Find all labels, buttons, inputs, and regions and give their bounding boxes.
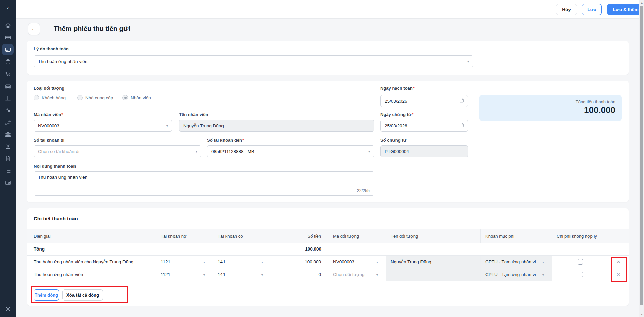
- sidebar-expand-icon[interactable]: ›: [0, 3, 16, 12]
- row-amount[interactable]: 0: [271, 268, 328, 281]
- row-unreasonable-cell: [552, 268, 608, 281]
- calendar-icon[interactable]: [459, 98, 464, 104]
- employee-name-value: Nguyễn Trung Dũng: [183, 123, 224, 128]
- unreasonable-expense-checkbox[interactable]: [578, 272, 583, 277]
- document-number-label: Số chứng từ: [380, 138, 406, 143]
- row-description[interactable]: Thu hoàn ứng nhân viên cho Nguyễn Trung …: [27, 256, 156, 268]
- row-delete-cell: ×: [608, 268, 629, 281]
- page-title: Thêm phiếu thu tiền gửi: [54, 25, 130, 33]
- sidebar-item-purchases[interactable]: [2, 56, 14, 67]
- save-button[interactable]: Lưu: [582, 4, 602, 15]
- payment-reason-card: Lý do thanh toán Thu hoàn ứng nhân viên …: [27, 41, 629, 75]
- sidebar-item-sales[interactable]: [2, 68, 14, 80]
- char-counter: 22/255: [357, 188, 370, 193]
- delete-row-icon[interactable]: ×: [608, 259, 629, 265]
- row-object-name: Nguyễn Trung Dũng: [386, 256, 481, 268]
- payment-details-card: Chi tiết thanh toán Diễn giải Tài khoản …: [27, 208, 629, 306]
- employee-code-select[interactable]: NV000003 ▾: [34, 120, 172, 132]
- back-button[interactable]: ←: [28, 23, 40, 35]
- delete-all-rows-button[interactable]: Xóa tất cả dòng: [62, 289, 103, 301]
- sidebar-item-bank[interactable]: [2, 128, 14, 140]
- save-and-add-button[interactable]: Lưu & thêm: [607, 4, 644, 15]
- chevron-down-icon: ▾: [467, 60, 469, 63]
- row-debit-account-select[interactable]: 1121▾: [156, 268, 213, 281]
- radio-circle-selected: [122, 95, 128, 100]
- total-row-label: Tổng: [27, 243, 156, 255]
- table-header-row: Diễn giải Tài khoản nợ Tài khoản có Số t…: [27, 229, 629, 243]
- document-number-field: PTG000004: [380, 145, 468, 157]
- row-expense-item-select: CPTU - Tạm ứng nhân vi▾: [481, 256, 552, 268]
- delete-row-icon[interactable]: ×: [608, 271, 629, 278]
- radio-supplier[interactable]: Nhà cung cấp: [77, 95, 113, 100]
- document-icon: [5, 155, 11, 162]
- unreasonable-expense-checkbox[interactable]: [578, 259, 583, 265]
- shopping-bag-icon: [5, 58, 11, 65]
- document-date-input[interactable]: 25/03/2026: [380, 120, 468, 132]
- account-to-value: 0856211128888 - MB: [211, 149, 254, 154]
- add-row-button[interactable]: Thêm dòng: [34, 289, 59, 301]
- col-actions: [608, 229, 629, 243]
- row-object-code-select[interactable]: NV000003▾: [328, 256, 386, 268]
- row-debit-account-select[interactable]: 1121▾: [156, 256, 213, 268]
- col-expense-item: Khoản mục phí: [481, 229, 552, 243]
- posting-date-input[interactable]: 25/03/2026: [380, 95, 468, 107]
- sidebar-item-invoice[interactable]: [2, 140, 14, 152]
- sidebar-item-home[interactable]: [2, 19, 14, 31]
- vertical-scrollbar[interactable]: ▲ ▼: [639, 0, 644, 317]
- sidebar-item-list[interactable]: [2, 165, 14, 176]
- row-credit-account-select[interactable]: 141▾: [213, 256, 271, 268]
- document-number-value: PTG000004: [385, 149, 409, 154]
- radio-employee[interactable]: Nhân viên: [122, 95, 151, 100]
- scroll-down-icon[interactable]: ▼: [639, 312, 644, 317]
- scroll-up-icon[interactable]: ▲: [639, 0, 644, 5]
- total-amount-value: 100.000: [485, 105, 615, 116]
- account-from-select[interactable]: Chọn số tài khoản đi ▾: [34, 145, 201, 157]
- employee-code-label: Mã nhân viên*: [34, 112, 63, 117]
- chevron-down-icon: ▾: [203, 273, 205, 276]
- chevron-down-icon: ▾: [261, 273, 263, 276]
- calendar-icon[interactable]: [459, 123, 464, 129]
- col-amount: Số tiền: [271, 229, 328, 243]
- payment-content-textarea[interactable]: Thu hoàn ứng nhân viên 22/255: [34, 171, 374, 196]
- row-object-code-select[interactable]: Chọn đối tượng▾: [328, 268, 386, 281]
- table-row: Thu hoàn ứng nhân viên 1121▾ 141▾ 0 Chọn…: [27, 268, 629, 281]
- sidebar-item-settings[interactable]: [2, 303, 14, 315]
- col-credit-account: Tài khoản có: [213, 229, 271, 243]
- row-description[interactable]: Thu hoàn ứng nhân viên: [27, 268, 156, 281]
- account-from-label: Số tài khoản đi: [34, 138, 64, 143]
- sidebar-item-wallet[interactable]: [2, 177, 14, 188]
- payment-reason-label: Lý do thanh toán: [34, 46, 69, 51]
- account-to-select[interactable]: 0856211128888 - MB ▾: [207, 145, 374, 157]
- warehouse-icon: [5, 83, 11, 89]
- credit-card-icon: [5, 46, 11, 53]
- sidebar-item-cash-register[interactable]: [2, 32, 14, 43]
- chevron-down-icon: ▾: [196, 150, 197, 153]
- payment-content-value: Thu hoàn ứng nhân viên: [38, 175, 87, 180]
- cancel-button[interactable]: Hủy: [556, 4, 577, 15]
- row-amount[interactable]: 100.000: [271, 256, 328, 268]
- chevron-down-icon: ▾: [376, 273, 378, 276]
- sidebar: ›: [0, 0, 16, 317]
- col-debit-account: Tài khoản nợ: [156, 229, 213, 243]
- sidebar-item-tools[interactable]: [2, 104, 14, 116]
- sidebar-item-company[interactable]: [2, 92, 14, 104]
- sidebar-item-bank-deposit[interactable]: [2, 44, 14, 55]
- payment-reason-select[interactable]: Thu hoàn ứng nhân viên ▾: [34, 55, 473, 67]
- payment-reason-value: Thu hoàn ứng nhân viên: [38, 59, 87, 64]
- document-date-label: Ngày chứng từ*: [380, 112, 413, 117]
- details-section-title: Chi tiết thanh toán: [34, 216, 78, 221]
- sidebar-item-salary[interactable]: [2, 116, 14, 128]
- total-row-amount: 100.000: [271, 243, 328, 255]
- row-credit-account-select[interactable]: 141▾: [213, 268, 271, 281]
- chevron-down-icon: ▾: [261, 260, 263, 264]
- sidebar-item-documents[interactable]: [2, 152, 14, 164]
- total-amount-label: Tổng tiền thanh toán: [485, 99, 615, 104]
- chevron-down-icon: ▾: [376, 260, 378, 264]
- sidebar-item-warehouse[interactable]: [2, 80, 14, 92]
- scrollbar-thumb[interactable]: [640, 6, 643, 305]
- radio-supplier-label: Nhà cung cấp: [85, 95, 113, 100]
- radio-customer[interactable]: Khách hàng: [34, 95, 66, 100]
- posting-date-label: Ngày hạch toán*: [380, 86, 415, 91]
- cash-register-icon: [5, 34, 11, 41]
- total-amount-box: Tổng tiền thanh toán 100.000: [479, 95, 622, 121]
